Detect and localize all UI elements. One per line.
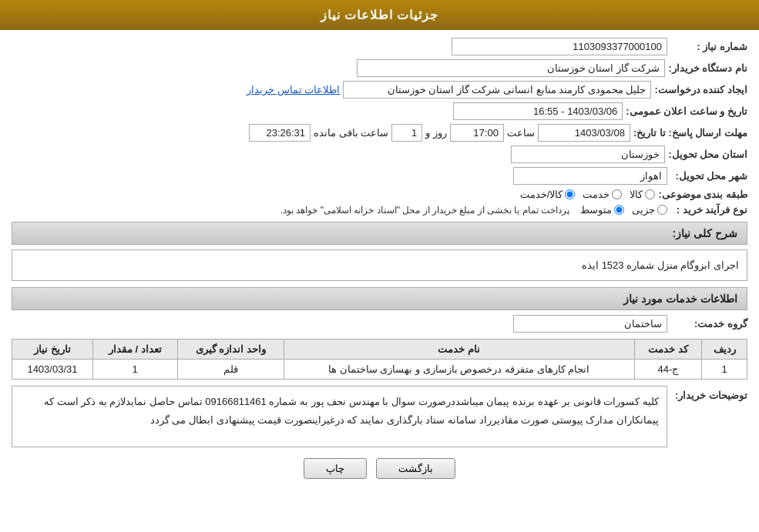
buyer-notes-row: توضیحات خریدار: کلیه کسورات قانونی بر عه… [12, 386, 747, 447]
response-days-label: روز و [425, 127, 447, 139]
response-days: 1 [391, 124, 422, 142]
response-time: 17:00 [450, 124, 504, 142]
col-header-code: کد خدمت [634, 340, 702, 360]
col-header-quantity: تعداد / مقدار [92, 340, 177, 360]
creator-value: جلیل محمودی کارمند منابع انسانی شرکت گاز… [343, 81, 651, 99]
services-section-title: اطلاعات خدمات مورد نیاز [12, 287, 747, 310]
page-header: جزئیات اطلاعات نیاز [0, 0, 759, 30]
city-row: شهر محل تحویل: اهواز [12, 167, 747, 185]
purchase-type-row: نوع فرآیند خرید : جزیی متوسط پرداخت تمام… [12, 204, 747, 216]
response-deadline-label: مهلت ارسال پاسخ: تا تاریخ: [633, 127, 747, 139]
need-number-value: 1103093377000100 [452, 38, 667, 55]
province-label: استان محل تحویل: [668, 149, 747, 160]
row-quantity: 1 [92, 360, 177, 380]
creator-label: ایجاد کننده درخواست: [654, 84, 747, 95]
category-option-kala[interactable]: کالا [630, 189, 655, 200]
buyer-notes-label: توضیحات خریدار: [670, 390, 747, 401]
buyer-org-row: نام دستگاه خریدار: شرکت گاز استان خوزستا… [12, 59, 747, 77]
col-header-date: تاریخ نیاز [12, 340, 93, 360]
row-unit: قلم [177, 360, 284, 380]
buyer-org-value: شرکت گاز استان خوزستان [357, 59, 665, 77]
col-header-unit: واحد اندازه گیری [177, 340, 284, 360]
row-name: انجام کارهای متفرقه درخصوص بازسازی و بهس… [284, 360, 634, 380]
service-group-row: گروه خدمت: ساختمان [12, 315, 747, 333]
main-content: شماره نیاز : 1103093377000100 نام دستگاه… [0, 30, 759, 494]
province-value: خوزستان [511, 146, 665, 163]
category-radio-khedmat[interactable] [612, 189, 622, 199]
row-date: 1403/03/31 [12, 360, 93, 380]
services-table: ردیف کد خدمت نام خدمت واحد اندازه گیری ت… [12, 339, 747, 380]
need-number-label: شماره نیاز : [670, 41, 747, 52]
purchase-type-radio-group: جزیی متوسط [580, 204, 667, 216]
category-radio-group: کالا خدمت کالا/خدمت [520, 189, 656, 200]
purchase-type-radio-motavaset[interactable] [614, 205, 624, 215]
response-remaining: 23:26:31 [249, 124, 311, 142]
purchase-type-label: نوع فرآیند خرید : [670, 204, 747, 216]
row-code: ج-44 [634, 360, 702, 380]
purchase-type-note: پرداخت تمام یا بخشی از مبلغ خریدار از مح… [280, 205, 569, 216]
description-section-title: شرح کلی نیاز: [12, 222, 747, 245]
contact-link[interactable]: اطلاعات تماس خریدار [247, 84, 340, 95]
page-title: جزئیات اطلاعات نیاز [321, 8, 439, 22]
service-group-label: گروه خدمت: [670, 318, 747, 330]
response-deadline-row: مهلت ارسال پاسخ: تا تاریخ: 1403/03/08 سا… [12, 124, 747, 142]
purchase-type-option-motavaset[interactable]: متوسط [580, 204, 624, 216]
buyer-org-label: نام دستگاه خریدار: [668, 62, 747, 74]
announce-date-value: 1403/03/06 - 16:55 [453, 102, 623, 120]
page-wrapper: جزئیات اطلاعات نیاز شماره نیاز : 1103093… [0, 0, 759, 532]
announce-date-row: تاریخ و ساعت اعلان عمومی: 1403/03/06 - 1… [12, 102, 747, 120]
response-date: 1403/03/08 [538, 124, 630, 142]
col-header-row: ردیف [702, 340, 747, 360]
back-button[interactable]: بازگشت [376, 458, 455, 479]
category-radio-kala-khedmat[interactable] [565, 189, 575, 199]
category-row: طبقه بندی موضوعی: کالا خدمت کالا/خدمت [12, 189, 747, 200]
response-time-label: ساعت [507, 127, 535, 139]
need-number-row: شماره نیاز : 1103093377000100 [12, 38, 747, 55]
buyer-notes-value: کلیه کسورات قانونی بر عهده برنده پیمان م… [12, 386, 667, 447]
category-option-khedmat[interactable]: خدمت [583, 189, 622, 200]
description-value: اجرای ابزوگام منزل شماره 1523 ایذه [12, 249, 747, 281]
purchase-type-option-jozi[interactable]: جزیی [632, 204, 667, 216]
service-group-value: ساختمان [513, 315, 667, 333]
print-button[interactable]: چاپ [304, 458, 367, 479]
city-value: اهواز [513, 167, 667, 185]
col-header-name: نام خدمت [284, 340, 634, 360]
province-row: استان محل تحویل: خوزستان [12, 146, 747, 163]
table-row: 1 ج-44 انجام کارهای متفرقه درخصوص بازساز… [12, 360, 747, 380]
announce-date-label: تاریخ و ساعت اعلان عمومی: [626, 105, 747, 117]
category-option-kala-khedmat[interactable]: کالا/خدمت [520, 189, 576, 200]
row-number: 1 [702, 360, 747, 380]
city-label: شهر محل تحویل: [670, 170, 747, 182]
category-label: طبقه بندی موضوعی: [658, 189, 747, 200]
buttons-row: بازگشت چاپ [12, 458, 747, 479]
purchase-type-radio-jozi[interactable] [657, 205, 667, 215]
response-remaining-label: ساعت باقی مانده [314, 127, 388, 139]
creator-row: ایجاد کننده درخواست: جلیل محمودی کارمند … [12, 81, 747, 99]
description-row: اجرای ابزوگام منزل شماره 1523 ایذه [12, 249, 747, 281]
category-radio-kala[interactable] [645, 189, 655, 199]
